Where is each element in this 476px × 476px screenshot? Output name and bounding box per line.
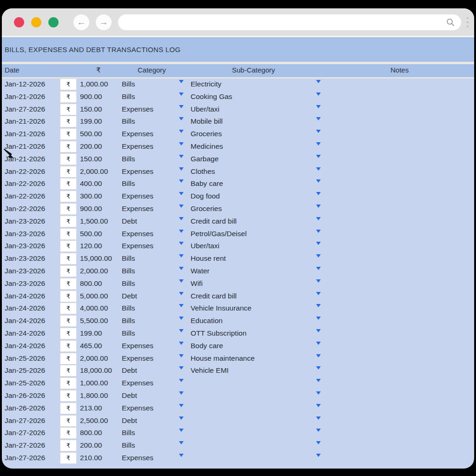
subcategory-cell[interactable]: OTT Subscription [191,329,246,337]
category-cell[interactable]: Bills [122,179,135,188]
subcategory-cell[interactable]: House rent [191,254,226,263]
date-cell[interactable]: Jan-23-2026 [5,217,45,225]
category-cell[interactable]: Debt [122,416,137,425]
currency-cell[interactable]: ₹ [60,79,77,90]
subcategory-dropdown-arrow-icon[interactable] [316,267,321,270]
category-cell[interactable]: Bills [122,267,135,275]
amount-cell[interactable]: 1,800.00 [80,391,108,400]
currency-cell[interactable]: ₹ [60,128,77,140]
subcategory-dropdown-arrow-icon[interactable] [316,80,321,83]
amount-cell[interactable]: 213.00 [80,404,102,412]
header-subcategory[interactable]: Sub-Category [232,66,275,74]
amount-cell[interactable]: 210.00 [80,454,102,462]
category-cell[interactable]: Expenses [122,230,153,238]
subcategory-dropdown-arrow-icon[interactable] [316,366,321,370]
date-cell[interactable]: Jan-12-2026 [5,80,45,88]
category-cell[interactable]: Bills [122,441,135,450]
category-dropdown-arrow-icon[interactable] [179,230,184,233]
category-dropdown-arrow-icon[interactable] [179,217,184,220]
currency-cell[interactable]: ₹ [60,240,77,252]
close-window-button[interactable] [14,17,24,27]
category-dropdown-arrow-icon[interactable] [179,404,184,407]
subcategory-dropdown-arrow-icon[interactable] [316,404,321,407]
subcategory-dropdown-arrow-icon[interactable] [316,416,321,420]
date-cell[interactable]: Jan-23-2026 [5,230,45,238]
subcategory-cell[interactable]: Cooking Gas [191,93,232,101]
subcategory-cell[interactable]: Dog food [191,192,220,200]
category-dropdown-arrow-icon[interactable] [179,429,184,432]
category-cell[interactable]: Bills [122,117,135,126]
subcategory-cell[interactable]: Education [191,317,223,325]
header-notes[interactable]: Notes [390,66,409,74]
currency-cell[interactable]: ₹ [60,203,77,215]
date-cell[interactable]: Jan-22-2026 [5,205,45,213]
subcategory-cell[interactable]: Vehicle Insuurance [191,304,251,312]
subcategory-dropdown-arrow-icon[interactable] [316,179,321,183]
date-cell[interactable]: Jan-23-2026 [5,267,45,275]
back-button[interactable]: ← [73,14,89,30]
amount-cell[interactable]: 400.00 [80,179,102,188]
category-cell[interactable]: Bills [122,254,135,263]
amount-cell[interactable]: 150.00 [80,105,102,113]
currency-cell[interactable]: ₹ [60,403,77,414]
category-cell[interactable]: Expenses [122,167,153,176]
currency-cell[interactable]: ₹ [60,116,77,127]
subcategory-cell[interactable]: Medicines [191,142,223,151]
amount-cell[interactable]: 1,000.00 [80,80,108,88]
currency-cell[interactable]: ₹ [60,390,77,402]
subcategory-cell[interactable]: Petrol/Gas/Deisel [191,230,247,238]
category-cell[interactable]: Expenses [122,342,153,350]
subcategory-cell[interactable]: Garbage [191,155,218,163]
category-cell[interactable]: Expenses [122,105,153,113]
date-cell[interactable]: Jan-25-2026 [5,379,45,387]
currency-cell[interactable]: ₹ [60,166,77,178]
subcategory-dropdown-arrow-icon[interactable] [316,292,321,295]
date-cell[interactable]: Jan-27-2026 [5,454,45,462]
subcategory-dropdown-arrow-icon[interactable] [316,317,321,320]
date-cell[interactable]: Jan-21-2026 [5,93,45,101]
category-dropdown-arrow-icon[interactable] [179,454,184,457]
currency-cell[interactable]: ₹ [60,91,77,103]
header-category[interactable]: Category [138,66,166,74]
category-dropdown-arrow-icon[interactable] [179,142,184,145]
category-cell[interactable]: Debt [122,217,137,225]
amount-cell[interactable]: 300.00 [80,192,102,200]
currency-cell[interactable]: ₹ [60,291,77,302]
subcategory-cell[interactable]: Uber/taxi [191,242,219,250]
amount-cell[interactable]: 800.00 [80,429,102,437]
amount-cell[interactable]: 500.00 [80,130,102,138]
category-cell[interactable]: Bills [122,279,135,288]
subcategory-dropdown-arrow-icon[interactable] [316,242,321,245]
amount-cell[interactable]: 4,000.00 [80,304,108,312]
subcategory-dropdown-arrow-icon[interactable] [316,391,321,395]
date-cell[interactable]: Jan-24-2026 [5,329,45,337]
currency-cell[interactable]: ₹ [60,303,77,314]
subcategory-cell[interactable]: Water [191,267,210,275]
currency-cell[interactable]: ₹ [60,365,77,377]
date-cell[interactable]: Jan-24-2026 [5,292,45,300]
amount-cell[interactable]: 1,500.00 [80,217,108,225]
category-cell[interactable]: Bills [122,429,135,437]
currency-cell[interactable]: ₹ [60,141,77,152]
subcategory-cell[interactable]: Baby care [191,179,223,188]
date-cell[interactable]: Jan-27-2026 [5,441,45,450]
category-cell[interactable]: Expenses [122,454,153,462]
amount-cell[interactable]: 5,000.00 [80,292,108,300]
currency-cell[interactable]: ₹ [60,315,77,327]
header-date[interactable]: Date [5,66,20,74]
subcategory-dropdown-arrow-icon[interactable] [316,192,321,195]
category-cell[interactable]: Bills [122,317,135,325]
category-cell[interactable]: Debt [122,366,137,375]
currency-cell[interactable]: ₹ [60,178,77,190]
amount-cell[interactable]: 2,000.00 [80,167,108,176]
subcategory-dropdown-arrow-icon[interactable] [316,254,321,258]
date-cell[interactable]: Jan-25-2026 [5,354,45,363]
category-dropdown-arrow-icon[interactable] [179,391,184,395]
category-cell[interactable]: Expenses [122,205,153,213]
amount-cell[interactable]: 199.00 [80,117,102,126]
amount-cell[interactable]: 2,500.00 [80,416,108,425]
date-cell[interactable]: Jan-23-2026 [5,242,45,250]
category-dropdown-arrow-icon[interactable] [179,130,184,133]
currency-cell[interactable]: ₹ [60,353,77,364]
category-cell[interactable]: Debt [122,391,137,400]
